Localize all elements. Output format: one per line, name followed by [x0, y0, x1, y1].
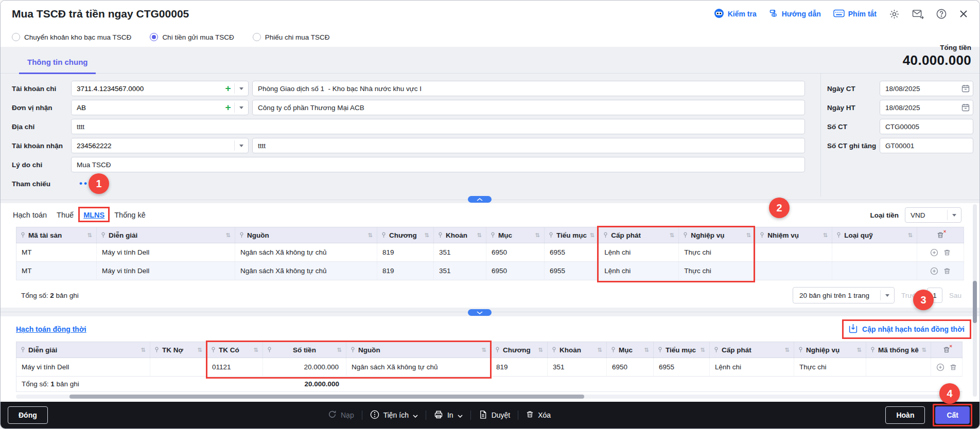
cell[interactable]: Máy vi tính Dell — [97, 243, 235, 262]
cell[interactable]: 351 — [548, 358, 607, 377]
column-header[interactable]: Mục⇅ — [486, 227, 545, 243]
cell[interactable] — [832, 243, 917, 262]
cell[interactable]: 6950 — [486, 243, 545, 262]
sort-icon[interactable]: ⇅ — [482, 347, 486, 353]
column-header[interactable]: Chương⇅ — [491, 342, 548, 358]
delete-row-icon[interactable] — [943, 267, 951, 275]
horizontal-scrollbar[interactable] — [16, 395, 954, 399]
next-page-button[interactable]: Sau — [949, 292, 961, 299]
cell[interactable]: 6955 — [654, 358, 710, 377]
sort-icon[interactable]: ⇅ — [590, 232, 594, 239]
radio-chuyen-khoan-kho-bac[interactable]: Chuyển khoản kho bạc mua TSCĐ — [12, 33, 131, 41]
column-header[interactable]: Khoản⇅ — [548, 342, 607, 358]
column-header[interactable]: Nhiệm vụ⇅ — [756, 227, 832, 243]
cell[interactable] — [832, 262, 917, 280]
currency-select[interactable]: VND — [905, 207, 961, 223]
tai-khoan-nhan-combo[interactable] — [71, 138, 249, 153]
table-row[interactable]: MTMáy vi tính DellNgân sách Xã không tự … — [16, 262, 964, 280]
cell[interactable] — [150, 358, 207, 377]
sort-icon[interactable]: ⇅ — [141, 347, 146, 353]
simultaneous-posting-link[interactable]: Hạch toán đồng thời — [16, 325, 86, 333]
prev-page-button[interactable]: Trước — [901, 292, 920, 299]
send-feedback-button[interactable] — [912, 9, 924, 19]
update-simultaneous-posting-button[interactable]: Cập nhật hạch toán đồng thời — [849, 324, 965, 335]
cell[interactable]: 819 — [377, 262, 434, 280]
don-vi-nhan-combo[interactable]: + — [71, 100, 249, 115]
collapse-section-button[interactable] — [468, 196, 492, 203]
current-page[interactable]: 1 — [927, 288, 942, 303]
save-button[interactable]: Cất — [935, 406, 970, 424]
cell[interactable]: Thực chi — [794, 358, 866, 377]
column-header[interactable]: Cấp phát⇅ — [710, 342, 794, 358]
cell[interactable]: 351 — [434, 262, 486, 280]
tai-khoan-chi-input[interactable] — [72, 82, 222, 95]
approve-button[interactable]: Duyệt — [479, 410, 511, 421]
help-button[interactable] — [936, 9, 947, 19]
delete-button[interactable]: Xóa — [526, 410, 551, 420]
delete-column-header[interactable]: × — [931, 342, 962, 358]
sort-icon[interactable]: ⇅ — [425, 232, 429, 239]
cell[interactable]: Lệnh chi — [710, 358, 794, 377]
cell[interactable]: 351 — [434, 243, 486, 262]
cell[interactable]: Máy vi tính Dell — [16, 358, 150, 377]
print-button[interactable]: In — [434, 410, 463, 421]
cell[interactable] — [756, 243, 832, 262]
sort-icon[interactable]: ⇅ — [746, 232, 751, 239]
cell[interactable]: Máy vi tính Dell — [97, 262, 235, 280]
add-plus-icon[interactable]: + — [222, 101, 234, 114]
column-header[interactable]: Cấp phát⇅ — [599, 227, 679, 243]
cell[interactable]: MT — [16, 262, 97, 280]
cell[interactable]: 6950 — [486, 262, 545, 280]
tai-khoan-chi-name-input[interactable] — [252, 81, 805, 96]
sort-icon[interactable]: ⇅ — [87, 232, 92, 239]
ngay-ct-input[interactable] — [880, 81, 973, 96]
sort-icon[interactable]: ⇅ — [538, 347, 543, 353]
sort-icon[interactable]: ⇅ — [198, 347, 202, 353]
close-button[interactable] — [959, 9, 968, 19]
column-header[interactable]: Nguồn⇅ — [235, 227, 377, 243]
sort-icon[interactable]: ⇅ — [368, 232, 373, 239]
cell[interactable]: 6955 — [545, 243, 599, 262]
column-header[interactable]: Mục⇅ — [607, 342, 654, 358]
column-header[interactable]: Chương⇅ — [377, 227, 434, 243]
cell[interactable]: 819 — [377, 243, 434, 262]
expand-section-button[interactable] — [468, 309, 492, 316]
utilities-button[interactable]: Tiện ích — [370, 410, 418, 421]
sort-icon[interactable]: ⇅ — [598, 347, 602, 353]
table-row[interactable]: Máy vi tính Dell0112120.000.000Ngân sách… — [16, 358, 962, 377]
sort-icon[interactable]: ⇅ — [908, 232, 913, 239]
don-vi-nhan-input[interactable] — [72, 101, 222, 114]
add-row-icon[interactable] — [930, 267, 938, 275]
settings-button[interactable] — [889, 9, 900, 20]
sort-icon[interactable]: ⇅ — [226, 232, 231, 239]
don-vi-nhan-name-input[interactable] — [252, 100, 805, 115]
delete-row-icon[interactable] — [950, 364, 957, 371]
column-header[interactable]: Khoản⇅ — [434, 227, 486, 243]
ly-do-chi-input[interactable] — [71, 157, 805, 172]
cell[interactable]: Lệnh chi — [599, 243, 679, 262]
so-ct-ghi-tang-input[interactable] — [880, 138, 973, 153]
so-ct-input[interactable] — [880, 119, 973, 134]
column-header[interactable]: TK Có⇅ — [207, 342, 263, 358]
dia-chi-input[interactable] — [71, 119, 805, 134]
sort-icon[interactable]: ⇅ — [477, 232, 482, 239]
shortcuts-button[interactable]: Phím tắt — [833, 9, 877, 19]
delete-column-header[interactable]: × — [917, 227, 964, 243]
tab-hach-toan[interactable]: Hạch toán — [13, 211, 47, 219]
delete-row-icon[interactable] — [943, 249, 951, 256]
column-header[interactable]: Mã tài sản⇅ — [16, 227, 97, 243]
column-header[interactable]: TK Nợ⇅ — [150, 342, 207, 358]
add-row-icon[interactable] — [936, 363, 944, 371]
radio-phieu-chi[interactable]: Phiếu chi mua TSCĐ — [253, 33, 330, 41]
cell[interactable]: Ngân sách Xã không tự chủ — [235, 262, 377, 280]
cell[interactable]: 20.000.000 — [263, 358, 346, 377]
tab-thue[interactable]: Thuế — [57, 211, 74, 219]
cell[interactable]: Thực chi — [679, 243, 756, 262]
check-button[interactable]: Kiểm tra — [714, 8, 757, 20]
column-header[interactable]: Loại quỹ⇅ — [832, 227, 917, 243]
radio-chi-tien-gui[interactable]: Chi tiền gửi mua TSCĐ — [150, 33, 234, 41]
cell[interactable]: Ngân sách Xã không tự chủ — [346, 358, 491, 377]
sort-icon[interactable]: ⇅ — [857, 347, 862, 353]
sort-icon[interactable]: ⇅ — [644, 347, 649, 353]
add-row-icon[interactable] — [930, 248, 938, 257]
